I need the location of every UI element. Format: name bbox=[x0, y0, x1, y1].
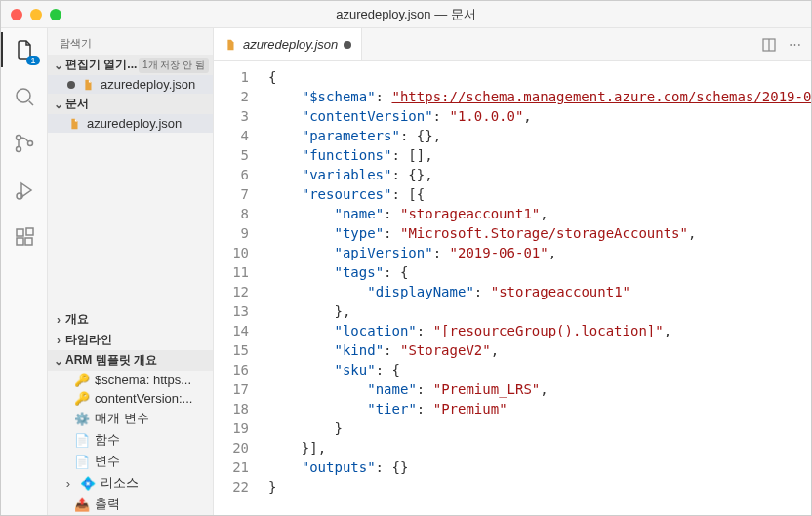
source-control-icon[interactable] bbox=[11, 130, 38, 157]
modified-indicator-icon bbox=[67, 81, 75, 89]
svg-point-3 bbox=[27, 141, 32, 146]
chevron-right-icon: › bbox=[52, 313, 65, 327]
window-title: azuredeploy.json — 문서 bbox=[1, 6, 811, 23]
debug-icon[interactable] bbox=[11, 177, 38, 204]
svg-point-1 bbox=[16, 136, 20, 140]
titlebar: azuredeploy.json — 문서 bbox=[1, 1, 811, 28]
sidebar-title: 탐색기 bbox=[48, 28, 213, 55]
outline-label: 개요 bbox=[65, 311, 89, 328]
svg-point-0 bbox=[17, 89, 30, 102]
chevron-down-icon: ⌄ bbox=[52, 354, 65, 368]
vscode-window: azuredeploy.json — 문서 1 탐색기 ⌄ bbox=[0, 0, 812, 516]
maximize-window-button[interactable] bbox=[50, 9, 61, 20]
json-file-icon bbox=[67, 117, 81, 131]
tab-bar: azuredeploy.json ⋯ bbox=[214, 28, 811, 61]
svg-rect-7 bbox=[25, 238, 32, 245]
arm-outline-header[interactable]: ⌄ ARM 템플릿 개요 bbox=[48, 350, 213, 371]
search-icon[interactable] bbox=[11, 83, 38, 110]
resource-icon: 💠 bbox=[81, 476, 95, 490]
minimize-window-button[interactable] bbox=[30, 9, 42, 20]
folder-label: 문서 bbox=[65, 96, 89, 112]
svg-point-2 bbox=[16, 147, 20, 152]
traffic-lights bbox=[11, 9, 61, 20]
key-icon: 🔑 bbox=[75, 392, 89, 406]
outline-variables[interactable]: 📄 변수 bbox=[48, 451, 213, 472]
tab-actions: ⋯ bbox=[761, 28, 811, 60]
gear-icon: ⚙️ bbox=[75, 412, 89, 425]
timeline-header[interactable]: › 타임라인 bbox=[48, 330, 213, 350]
outline-schema[interactable]: 🔑 $schema: https... bbox=[48, 371, 213, 389]
split-editor-icon[interactable] bbox=[761, 37, 777, 53]
modified-indicator-icon bbox=[344, 41, 351, 49]
output-icon: 📤 bbox=[75, 497, 89, 511]
extensions-icon[interactable] bbox=[11, 223, 38, 251]
svg-rect-6 bbox=[17, 238, 23, 245]
explorer-icon[interactable]: 1 bbox=[11, 36, 38, 63]
svg-rect-5 bbox=[17, 229, 23, 236]
variable-icon: 📄 bbox=[75, 455, 89, 468]
unsaved-badge: 1개 저장 안 됨 bbox=[139, 58, 209, 73]
open-editor-filename: azuredeploy.json bbox=[101, 77, 195, 92]
chevron-down-icon: ⌄ bbox=[52, 98, 65, 111]
line-gutter: 12345678910111213141516171819202122 bbox=[214, 61, 261, 515]
outline-outputs[interactable]: 📤 출력 bbox=[48, 494, 213, 515]
arm-outline-label: ARM 템플릿 개요 bbox=[65, 352, 157, 369]
close-window-button[interactable] bbox=[11, 9, 22, 20]
window-body: 1 탐색기 ⌄ 편집기 열기... 1개 저장 안 됨 bbox=[1, 28, 811, 515]
json-file-icon bbox=[81, 78, 95, 92]
sidebar: 탐색기 ⌄ 편집기 열기... 1개 저장 안 됨 azuredeploy.js… bbox=[48, 28, 214, 515]
folder-filename: azuredeploy.json bbox=[87, 116, 182, 131]
code-editor[interactable]: 12345678910111213141516171819202122 { "$… bbox=[214, 61, 811, 515]
chevron-down-icon: ⌄ bbox=[52, 59, 65, 72]
timeline-label: 타임라인 bbox=[65, 332, 112, 348]
outline-functions[interactable]: 📄 함수 bbox=[48, 429, 213, 451]
folder-header[interactable]: ⌄ 문서 bbox=[48, 94, 213, 114]
activity-bar: 1 bbox=[1, 28, 48, 515]
tab-label: azuredeploy.json bbox=[243, 37, 338, 52]
outline-resources[interactable]: › 💠 리소스 bbox=[48, 472, 213, 494]
chevron-right-icon: › bbox=[61, 476, 75, 491]
outline-header[interactable]: › 개요 bbox=[48, 309, 213, 330]
open-editors-header[interactable]: ⌄ 편집기 열기... 1개 저장 안 됨 bbox=[48, 55, 213, 75]
svg-rect-8 bbox=[26, 228, 33, 235]
editor-area: azuredeploy.json ⋯ 123456789101112131415… bbox=[214, 28, 811, 515]
explorer-badge: 1 bbox=[26, 56, 39, 65]
function-icon: 📄 bbox=[75, 433, 89, 447]
open-editor-item[interactable]: azuredeploy.json bbox=[48, 75, 213, 94]
tab-azuredeploy[interactable]: azuredeploy.json bbox=[214, 28, 362, 60]
more-actions-icon[interactable]: ⋯ bbox=[789, 37, 801, 52]
json-file-icon bbox=[223, 38, 237, 52]
folder-file-item[interactable]: azuredeploy.json bbox=[48, 114, 213, 133]
outline-contentversion[interactable]: 🔑 contentVersion:... bbox=[48, 389, 213, 408]
code-content[interactable]: { "$schema": "https://schema.management.… bbox=[261, 61, 811, 515]
open-editors-label: 편집기 열기... bbox=[65, 57, 137, 73]
key-icon: 🔑 bbox=[75, 374, 89, 387]
outline-parameters[interactable]: ⚙️ 매개 변수 bbox=[48, 408, 213, 429]
chevron-right-icon: › bbox=[52, 334, 65, 347]
